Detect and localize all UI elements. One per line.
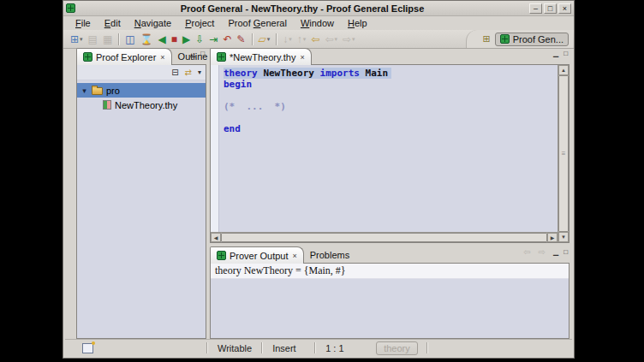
new-wizard-button[interactable]: ⊞▾ (69, 32, 85, 47)
editor-code-area[interactable]: theory NewTheory imports Main begin (* .… (219, 65, 558, 232)
maximize-window-button[interactable]: □ (544, 3, 557, 14)
prover-output-view: Prover Output × Problems ⇦ ⇨ ▁ □ (210, 246, 569, 339)
window-app-icon (66, 3, 75, 13)
scroll-left-icon[interactable]: ◀ (211, 233, 221, 242)
minimize-output-icon[interactable]: ▁ (553, 248, 558, 257)
vertical-scroll-thumb[interactable]: ≡ (558, 75, 569, 232)
next-step-button[interactable]: ▶ (181, 32, 192, 47)
fast-view-icon[interactable] (82, 343, 93, 353)
project-folder-icon (92, 87, 103, 95)
interrupt-button[interactable]: ■ (170, 32, 179, 47)
goto-icon: ⇩ (195, 32, 204, 47)
menu-project[interactable]: Project (178, 18, 221, 28)
tab-problems[interactable]: Problems (304, 246, 355, 263)
view-menu-icon[interactable]: ▾ (198, 68, 201, 76)
link-with-editor-icon[interactable]: ⇄ (185, 68, 192, 77)
proof-general-perspective-icon (500, 34, 510, 44)
open-resource-button[interactable]: ▱▾ (257, 32, 272, 47)
editor-horizontal-scrollbar[interactable]: ◀ ▶ (211, 232, 558, 242)
close-tab-icon[interactable]: × (160, 53, 164, 62)
scroll-down-icon[interactable]: ▼ (558, 232, 569, 242)
status-caret-position: 1 : 1 (316, 343, 367, 353)
menu-navigate[interactable]: Navigate (128, 18, 178, 28)
undo-step-icon: ◀ (158, 32, 166, 47)
run-to-end-button[interactable]: ⇥ (207, 32, 219, 47)
minimize-window-button[interactable]: – (529, 3, 542, 14)
open-prover-view-icon: ◫ (125, 32, 134, 47)
last-edit-location-button[interactable]: ⇦ (309, 32, 321, 47)
tree-item-theory-file[interactable]: NewTheory.thy (77, 98, 206, 112)
activate-scripting-button[interactable]: ✎ (236, 32, 247, 47)
tab-prover-output-label: Prover Output (230, 251, 288, 261)
dropdown-arrow-icon: ▾ (289, 32, 292, 47)
editor-tabbar: *NewTheory.thy × ▁ □ (210, 47, 569, 64)
menu-file[interactable]: File (69, 18, 98, 28)
status-writable: Writable (208, 343, 261, 353)
previous-annotation-icon: ↑ (297, 32, 302, 47)
minimize-view-icon[interactable]: ▁ (190, 50, 195, 58)
menu-proof-general[interactable]: Proof General (221, 18, 294, 28)
tab-editor-newtheory[interactable]: *NewTheory.thy × (210, 48, 312, 65)
workbench-area: Proof Explorer × Outline ▁ □ ⊟ ⇄ (63, 47, 574, 339)
title-bar[interactable]: Proof General - NewTheory.thy - Proof Ge… (63, 1, 574, 16)
print-icon: ▦ (103, 32, 112, 47)
print-button: ▦ (101, 32, 114, 47)
undo-step-button[interactable]: ◀ (157, 32, 168, 47)
maximize-view-icon[interactable]: □ (200, 50, 205, 58)
next-annotation-icon: ↓ (283, 32, 288, 47)
scroll-up-icon[interactable]: ▲ (558, 65, 569, 75)
status-divider (426, 342, 428, 353)
explorer-view-toolbar: ⊟ ⇄ ▾ (77, 65, 206, 80)
menu-help[interactable]: Help (341, 18, 374, 28)
run-to-end-icon: ⇥ (209, 32, 218, 47)
maximize-editor-icon[interactable]: □ (564, 50, 568, 58)
open-resource-icon: ▱ (259, 32, 266, 47)
prover-output-text: theory NewTheory = {Main, #} (211, 264, 569, 279)
dropdown-arrow-icon: ▾ (334, 32, 337, 47)
editor-output-stack: *NewTheory.thy × ▁ □ theory NewTheory (210, 47, 569, 339)
proof-explorer-view: Proof Explorer × Outline ▁ □ ⊟ ⇄ (76, 47, 206, 339)
editor-body: theory NewTheory imports Main begin (* .… (210, 64, 569, 243)
main-toolbar: ⊞▾▤▦◫⌛◀■▶⇩⇥↶✎▱▾↓▾↑▾⇦⇦▾⇨▾ ⊞ Proof Gen... (63, 30, 574, 49)
back-history-icon: ⇦ (325, 32, 333, 47)
project-tree: ▾ pro NewTheory.thy (77, 80, 206, 112)
menu-window[interactable]: Window (294, 18, 341, 28)
restart-prover-button[interactable]: ⌛ (139, 32, 155, 47)
output-tabbar: Prover Output × Problems ⇦ ⇨ ▁ □ (210, 246, 569, 263)
next-step-icon: ▶ (182, 32, 190, 47)
close-output-tab-icon[interactable]: × (292, 252, 296, 260)
close-editor-tab-icon[interactable]: × (300, 53, 304, 62)
desktop-background: Proof General - NewTheory.thy - Proof Ge… (0, 0, 644, 362)
status-bar: Writable Insert 1 : 1 theory (65, 339, 572, 356)
editor-vertical-scrollbar[interactable]: ▲ ≡ ▼ (558, 65, 569, 242)
scroll-right-icon[interactable]: ▶ (547, 233, 558, 242)
tree-item-theory-file-label: NewTheory.thy (115, 100, 177, 110)
open-perspective-icon[interactable]: ⊞ (482, 33, 490, 45)
goto-button[interactable]: ⇩ (194, 32, 206, 47)
forward-history-icon: ⇨ (343, 32, 351, 47)
tree-item-project-label: pro (106, 86, 120, 96)
retract-all-button[interactable]: ↶ (221, 32, 233, 47)
tab-prover-output[interactable]: Prover Output × (210, 246, 304, 264)
open-prover-view-button[interactable]: ◫ (123, 32, 136, 47)
tab-proof-explorer[interactable]: Proof Explorer × (76, 48, 172, 65)
window-title: Proof General - NewTheory.thy - Proof Ge… (75, 3, 529, 14)
dropdown-arrow-icon: ▾ (80, 32, 83, 47)
proof-general-perspective-button[interactable]: Proof Gen... (495, 33, 569, 46)
restart-prover-icon: ⌛ (140, 32, 153, 47)
annotation-ruler (211, 65, 219, 232)
minimize-editor-icon[interactable]: ▁ (553, 50, 558, 58)
last-edit-location-icon: ⇦ (311, 32, 319, 47)
maximize-output-icon[interactable]: □ (564, 248, 568, 257)
perspective-label: Proof Gen... (513, 34, 564, 45)
explorer-body: ⊟ ⇄ ▾ ▾ pro NewTheory.thy (76, 64, 206, 339)
tab-proof-explorer-label: Proof Explorer (96, 52, 156, 62)
tree-expander-icon[interactable]: ▾ (80, 86, 88, 95)
save-button: ▤ (86, 32, 99, 47)
tree-item-project[interactable]: ▾ pro (77, 83, 206, 98)
menu-edit[interactable]: Edit (98, 18, 128, 28)
close-window-button[interactable]: × (558, 3, 571, 14)
toolbar-separator (118, 33, 119, 45)
collapse-all-icon[interactable]: ⊟ (171, 68, 178, 77)
horizontal-scroll-thumb[interactable] (221, 233, 547, 242)
